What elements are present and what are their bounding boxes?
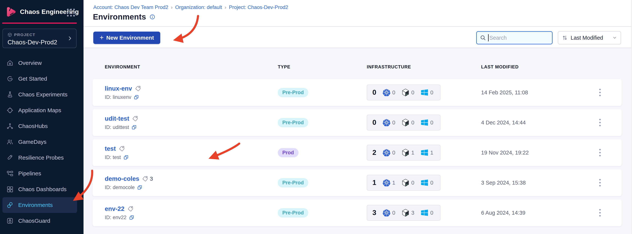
windows-icon	[420, 209, 429, 217]
tag-icon	[127, 206, 134, 212]
copy-icon[interactable]	[134, 94, 139, 100]
kubernetes-count: 1	[392, 180, 395, 186]
last-modified: 19 Nov 2024, 19:22	[481, 150, 593, 156]
linux-count: 0	[411, 120, 414, 126]
infrastructure-summary: 2 0	[367, 145, 440, 161]
kubernetes-count: 0	[392, 120, 395, 126]
svg-text:$: $	[406, 184, 408, 186]
table-row[interactable]: env-22 ID: env22	[92, 199, 622, 226]
search-input[interactable]	[489, 34, 549, 41]
info-icon[interactable]	[149, 14, 155, 20]
page-header: Account: Chaos Dev Team Prod2 › Organiza…	[84, 0, 631, 27]
sidebar: Chaos Engineering PROJECT Chaos-Dev-Prod…	[0, 0, 84, 234]
table-row[interactable]: test ID: test	[92, 139, 622, 166]
sidebar-item-label: Environments	[18, 202, 53, 208]
linux-icon: $	[401, 209, 410, 217]
project-name: Chaos-Dev-Prod2	[8, 39, 57, 46]
kubernetes-icon	[382, 88, 391, 97]
sidebar-item-overview[interactable]: Overview	[2, 55, 77, 71]
sidebar-item-chaos-experiments[interactable]: Chaos Experiments	[2, 87, 77, 102]
sidebar-item-chaosguard[interactable]: ChaosGuard	[2, 213, 77, 229]
breadcrumb-separator: ›	[225, 4, 226, 10]
table-body: linux-env ID: linuxenv	[92, 79, 622, 229]
sidebar-item-chaos-dashboards[interactable]: Chaos Dashboards	[2, 181, 77, 197]
row-menu-kebab[interactable]	[597, 147, 602, 158]
environment-id: ID: linuxenv	[105, 94, 131, 100]
linux-icon: $	[401, 88, 410, 97]
row-menu-kebab[interactable]	[597, 87, 602, 98]
sidebar-item-label: Resilience Probes	[18, 155, 64, 161]
copy-icon[interactable]	[131, 124, 137, 130]
infrastructure-total-count: 1	[372, 179, 376, 187]
copy-icon[interactable]	[129, 215, 134, 220]
infrastructure-summary: 1 1	[367, 175, 440, 191]
project-selector[interactable]: PROJECT Chaos-Dev-Prod2	[2, 28, 76, 48]
table-row[interactable]: udit-test ID: udittest	[92, 109, 622, 136]
table-row[interactable]: linux-env ID: linuxenv	[92, 79, 622, 106]
row-menu-kebab[interactable]	[597, 117, 602, 128]
people-icon	[6, 138, 14, 146]
windows-icon	[420, 149, 429, 157]
last-modified: 6 Aug 2024, 14:39	[481, 210, 593, 216]
environment-name-link[interactable]: demo-coles	[105, 175, 139, 182]
breadcrumb-separator: ›	[171, 4, 173, 10]
environment-id: ID: test	[105, 155, 121, 160]
sidebar-item-gamedays[interactable]: GameDays	[2, 134, 77, 150]
breadcrumb-organization[interactable]: Organization: default	[175, 4, 222, 10]
tags-badge	[132, 116, 140, 122]
tag-icon	[118, 145, 125, 152]
column-header-infrastructure: INFRASTRUCTURE	[367, 64, 481, 69]
breadcrumb-project[interactable]: Project: Chaos-Dev-Prod2	[229, 4, 288, 10]
windows-icon	[420, 88, 429, 97]
row-menu-kebab[interactable]	[597, 177, 602, 188]
windows-count: 0	[430, 210, 433, 216]
tag-icon	[132, 115, 138, 122]
target-icon	[6, 107, 14, 114]
type-badge: Pre-Prod	[278, 178, 308, 187]
copy-icon[interactable]	[123, 155, 129, 160]
environment-name-link[interactable]: env-22	[105, 205, 124, 212]
environment-name-link[interactable]: udit-test	[105, 115, 129, 122]
sidebar-item-application-maps[interactable]: Application Maps	[2, 102, 77, 118]
infrastructure-summary: 0 0	[367, 115, 440, 130]
environment-id: ID: env22	[105, 215, 126, 221]
sort-arrows-icon	[562, 34, 568, 41]
infrastructure-total-count: 0	[372, 88, 376, 96]
tags-badge	[119, 146, 126, 152]
kubernetes-count: 0	[392, 210, 395, 216]
environment-name-link[interactable]: test	[105, 145, 116, 152]
sidebar-item-resilience-probes[interactable]: Resilience Probes	[2, 150, 77, 166]
windows-icon	[420, 179, 429, 187]
environment-name-link[interactable]: linux-env	[105, 85, 132, 92]
table-row[interactable]: demo-coles 3 ID: democole	[92, 169, 622, 196]
main-panel: Account: Chaos Dev Team Prod2 › Organiza…	[84, 0, 631, 234]
row-menu-kebab[interactable]	[597, 207, 602, 219]
last-modified: 14 Feb 2025, 11:08	[481, 89, 593, 96]
lock-icon	[6, 217, 14, 225]
plus-icon: +	[100, 34, 104, 41]
breadcrumb-account[interactable]: Account: Chaos Dev Team Prod2	[93, 4, 168, 10]
linux-icon: $	[401, 149, 410, 157]
environments-list-area: ENVIRONMENT TYPE INFRASTRUCTURE LAST MOD…	[84, 48, 631, 234]
module-grid-icon[interactable]	[67, 9, 75, 17]
dashboard-icon	[6, 186, 14, 193]
sort-selected-value: Last Modified	[571, 35, 610, 41]
search-icon	[480, 34, 486, 41]
kubernetes-icon	[382, 179, 391, 187]
infrastructure-total-count: 3	[372, 209, 376, 217]
copy-icon[interactable]	[137, 185, 142, 190]
environment-id: ID: udittest	[105, 124, 129, 130]
sidebar-item-label: Pipelines	[18, 170, 41, 177]
sort-dropdown[interactable]: Last Modified	[558, 31, 621, 44]
sidebar-item-environments[interactable]: Environments	[2, 197, 77, 213]
sidebar-item-pipelines[interactable]: Pipelines	[2, 166, 77, 181]
search-box	[476, 31, 552, 44]
sidebar-item-label: Chaos Dashboards	[18, 186, 66, 193]
new-environment-button[interactable]: + New Environment	[93, 31, 160, 44]
scrollbar-rail[interactable]	[631, 0, 644, 234]
sidebar-item-get-started[interactable]: Get Started	[2, 71, 77, 87]
brand-accent-rule	[2, 22, 77, 24]
sidebar-item-chaoshubs[interactable]: ChaosHubs	[2, 118, 77, 134]
kubernetes-icon	[382, 118, 391, 127]
environment-id: ID: democole	[105, 185, 135, 190]
